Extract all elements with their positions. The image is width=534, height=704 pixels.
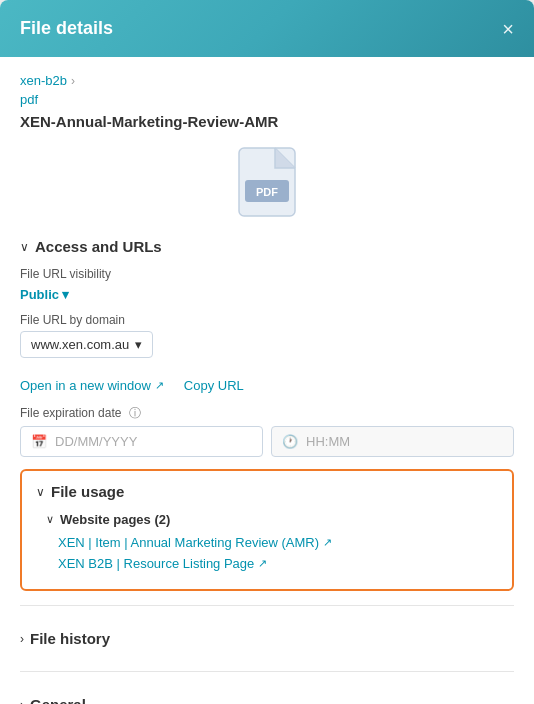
page-link-2[interactable]: XEN B2B | Resource Listing Page ↗ — [58, 556, 498, 571]
access-urls-title: Access and URLs — [35, 238, 162, 255]
date-placeholder: DD/MM/YYYY — [55, 434, 137, 449]
divider-2 — [20, 671, 514, 672]
domain-value: www.xen.com.au — [31, 337, 129, 352]
general-title: General — [30, 696, 86, 704]
external-link-icon: ↗ — [155, 379, 164, 392]
file-history-header[interactable]: › File history — [20, 620, 514, 657]
domain-label: File URL by domain — [20, 313, 514, 327]
domain-dropdown-arrow: ▾ — [135, 337, 142, 352]
clock-icon: 🕐 — [282, 434, 298, 449]
visibility-dropdown[interactable]: Public ▾ — [20, 287, 69, 302]
open-new-window-link[interactable]: Open in a new window ↗ — [20, 378, 164, 393]
website-pages-chevron: ∨ — [46, 513, 54, 526]
time-placeholder: HH:MM — [306, 434, 350, 449]
website-pages-header[interactable]: ∨ Website pages (2) — [36, 512, 498, 527]
expiration-label: File expiration date ⓘ — [20, 405, 514, 422]
general-chevron: › — [20, 698, 24, 705]
calendar-icon: 📅 — [31, 434, 47, 449]
page-1-label: XEN | Item | Annual Marketing Review (AM… — [58, 535, 319, 550]
modal-body: xen-b2b › pdf XEN-Annual-Marketing-Revie… — [0, 57, 534, 704]
modal-title: File details — [20, 18, 113, 39]
modal-header: File details × — [0, 0, 534, 57]
url-actions: Open in a new window ↗ Copy URL — [20, 378, 514, 393]
visibility-field: File URL visibility Public ▾ — [20, 267, 514, 303]
access-urls-section: ∨ Access and URLs File URL visibility Pu… — [20, 238, 514, 457]
access-urls-chevron: ∨ — [20, 240, 29, 254]
date-input[interactable]: 📅 DD/MM/YYYY — [20, 426, 263, 457]
website-pages-title: Website pages (2) — [60, 512, 170, 527]
page-1-external-icon: ↗ — [323, 536, 332, 549]
domain-select[interactable]: www.xen.com.au ▾ — [20, 331, 153, 358]
pdf-icon-wrapper: PDF — [20, 146, 514, 218]
page-link-1[interactable]: XEN | Item | Annual Marketing Review (AM… — [58, 535, 498, 550]
file-usage-header[interactable]: ∨ File usage — [36, 483, 498, 500]
date-time-row: 📅 DD/MM/YYYY 🕐 HH:MM — [20, 426, 514, 457]
expiration-info-icon[interactable]: ⓘ — [129, 406, 141, 420]
file-usage-chevron: ∨ — [36, 485, 45, 499]
breadcrumb-parent[interactable]: xen-b2b — [20, 73, 67, 88]
close-button[interactable]: × — [502, 19, 514, 39]
pdf-file-icon: PDF — [237, 146, 297, 218]
file-usage-section: ∨ File usage ∨ Website pages (2) XEN | I… — [20, 469, 514, 591]
page-2-label: XEN B2B | Resource Listing Page — [58, 556, 254, 571]
general-header[interactable]: › General — [20, 686, 514, 704]
file-details-modal: File details × xen-b2b › pdf XEN-Annual-… — [0, 0, 534, 704]
breadcrumb: xen-b2b › — [20, 73, 514, 88]
divider-1 — [20, 605, 514, 606]
breadcrumb-child[interactable]: pdf — [20, 92, 514, 107]
page-2-external-icon: ↗ — [258, 557, 267, 570]
website-pages-list: XEN | Item | Annual Marketing Review (AM… — [58, 535, 498, 571]
expiration-field: File expiration date ⓘ 📅 DD/MM/YYYY 🕐 HH… — [20, 405, 514, 457]
access-urls-header[interactable]: ∨ Access and URLs — [20, 238, 514, 255]
file-history-title: File history — [30, 630, 110, 647]
breadcrumb-separator: › — [71, 74, 75, 88]
file-name: XEN-Annual-Marketing-Review-AMR — [20, 113, 514, 130]
time-input[interactable]: 🕐 HH:MM — [271, 426, 514, 457]
file-usage-title: File usage — [51, 483, 124, 500]
file-history-chevron: › — [20, 632, 24, 646]
domain-field: File URL by domain www.xen.com.au ▾ — [20, 313, 514, 368]
svg-text:PDF: PDF — [256, 186, 278, 198]
copy-url-link[interactable]: Copy URL — [184, 378, 244, 393]
visibility-label: File URL visibility — [20, 267, 514, 281]
